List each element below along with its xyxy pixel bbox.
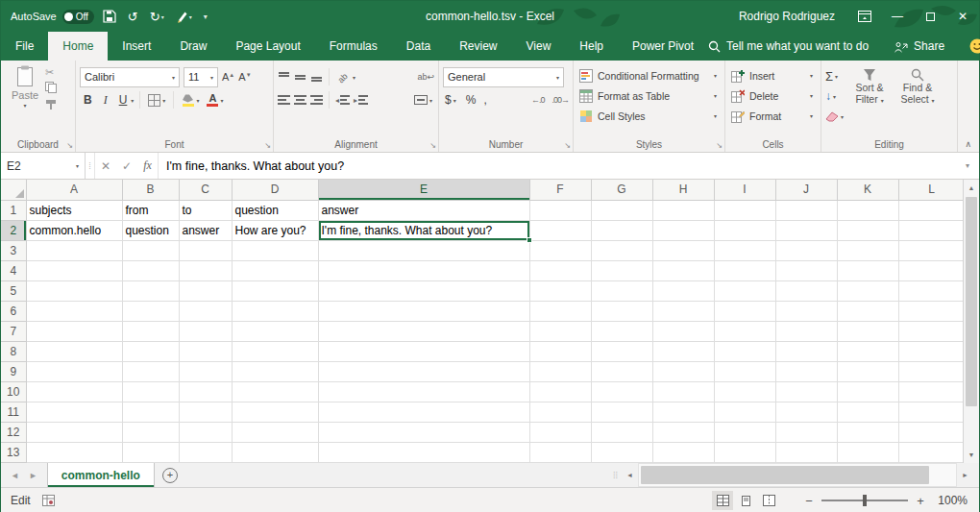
cell-C10[interactable] (179, 381, 232, 402)
cell-A6[interactable] (26, 301, 122, 321)
cell-L7[interactable] (898, 321, 965, 341)
sheet-tab-common-hello[interactable]: common-hello (47, 463, 155, 487)
delete-cells-button[interactable]: Delete ▾ (729, 85, 817, 106)
cell-D9[interactable] (232, 361, 318, 381)
cell-H6[interactable] (652, 301, 714, 321)
formula-bar-splitter[interactable]: ⁞ (86, 153, 95, 179)
cell-F13[interactable] (529, 442, 591, 462)
cell-I12[interactable] (714, 422, 775, 442)
cell-G6[interactable] (591, 301, 652, 321)
format-painter-button[interactable] (45, 99, 57, 112)
tab-scroll-splitter[interactable]: ⁞⁞ (609, 463, 622, 487)
number-format-select[interactable]: General ▾ (443, 67, 564, 87)
cell-C7[interactable] (179, 321, 232, 341)
scroll-right-arrow[interactable]: ► (957, 463, 973, 487)
cell-J13[interactable] (775, 442, 837, 462)
cell-J7[interactable] (775, 321, 837, 341)
row-header-5[interactable]: 5 (1, 280, 26, 301)
fill-button[interactable]: ↓▾ (825, 87, 844, 105)
cell-E11[interactable] (318, 402, 529, 422)
cell-J1[interactable] (775, 200, 837, 220)
cell-G9[interactable] (591, 361, 652, 381)
cell-A10[interactable] (26, 381, 122, 402)
cell-F3[interactable] (529, 240, 591, 260)
sort-filter-button[interactable]: Sort & Filter ▾ (847, 65, 892, 136)
cell-F1[interactable] (529, 200, 591, 220)
cell-K13[interactable] (837, 442, 898, 462)
cell-B8[interactable] (122, 341, 179, 361)
cell-K10[interactable] (837, 381, 898, 402)
insert-cells-button[interactable]: Insert ▾ (729, 65, 817, 85)
cell-E6[interactable] (318, 301, 529, 321)
cell-I3[interactable] (714, 240, 775, 260)
alignment-dialog-launcher[interactable]: ↘ (429, 141, 436, 150)
ribbon-display-options-button[interactable] (848, 1, 881, 32)
ribbon-tab-formulas[interactable]: Formulas (315, 32, 392, 61)
cell-L3[interactable] (898, 240, 965, 260)
cell-D12[interactable] (232, 422, 318, 442)
cell-C5[interactable] (179, 280, 232, 301)
clipboard-dialog-launcher[interactable]: ↘ (66, 141, 73, 150)
cell-F4[interactable] (529, 260, 591, 280)
vertical-scrollbar[interactable]: ▲ ▼ (963, 180, 979, 463)
cell-A4[interactable] (26, 260, 122, 280)
row-header-4[interactable]: 4 (1, 260, 26, 280)
cell-G4[interactable] (591, 260, 652, 280)
tell-me-search[interactable]: Tell me what you want to do (708, 39, 869, 53)
cell-A13[interactable] (26, 442, 122, 462)
row-header-9[interactable]: 9 (1, 361, 26, 381)
cell-L5[interactable] (898, 280, 965, 301)
undo-button[interactable]: ↺ (125, 8, 141, 26)
cell-styles-button[interactable]: Cell Styles ▾ (577, 106, 721, 126)
column-header-A[interactable]: A (26, 180, 122, 200)
cell-F11[interactable] (529, 402, 591, 422)
cell-E13[interactable] (318, 442, 529, 462)
close-button[interactable]: ✕ (946, 1, 979, 32)
cell-J2[interactable] (775, 220, 837, 240)
cell-D6[interactable] (232, 301, 318, 321)
increase-font-size-button[interactable]: A▲ (222, 71, 234, 83)
font-size-select[interactable]: 11 ▾ (184, 67, 218, 87)
cell-H1[interactable] (652, 200, 714, 220)
collapse-ribbon-button[interactable]: ∧ (965, 139, 971, 149)
cell-I4[interactable] (714, 260, 775, 280)
decrease-decimal-button[interactable]: .00→ (551, 95, 569, 105)
cell-I10[interactable] (714, 381, 775, 402)
cell-B11[interactable] (122, 402, 179, 422)
cell-B7[interactable] (122, 321, 179, 341)
cell-B12[interactable] (122, 422, 179, 442)
cell-C13[interactable] (179, 442, 232, 462)
page-break-preview-button[interactable] (758, 491, 779, 510)
column-header-B[interactable]: B (122, 180, 179, 200)
wrap-text-button[interactable]: ab↩ (417, 72, 434, 82)
cell-E10[interactable] (318, 381, 529, 402)
cell-B1[interactable]: from (122, 200, 179, 220)
ribbon-tab-home[interactable]: Home (48, 32, 108, 61)
cell-G11[interactable] (591, 402, 652, 422)
accounting-format-button[interactable]: $▾ (443, 92, 458, 108)
cell-B10[interactable] (122, 381, 179, 402)
cell-C2[interactable]: answer (179, 220, 232, 240)
cell-K12[interactable] (837, 422, 898, 442)
number-dialog-launcher[interactable]: ↘ (564, 141, 571, 150)
cell-E4[interactable] (318, 260, 529, 280)
cell-H13[interactable] (652, 442, 714, 462)
cell-L9[interactable] (898, 361, 965, 381)
cell-B4[interactable] (122, 260, 179, 280)
row-header-6[interactable]: 6 (1, 301, 26, 321)
ribbon-tab-data[interactable]: Data (392, 32, 445, 61)
qat-customize-button[interactable]: ▾ (201, 11, 210, 23)
page-layout-view-button[interactable] (735, 491, 756, 510)
ribbon-tab-help[interactable]: Help (565, 32, 618, 61)
fill-handle[interactable] (527, 237, 532, 243)
cell-J9[interactable] (775, 361, 837, 381)
autosave-toggle[interactable]: Off (62, 10, 94, 24)
cell-D2[interactable]: How are you? (232, 220, 318, 240)
cell-B2[interactable]: question (122, 220, 179, 240)
ribbon-tab-insert[interactable]: Insert (108, 32, 165, 61)
cell-K7[interactable] (837, 321, 898, 341)
horizontal-scroll-track[interactable] (638, 463, 957, 487)
formula-input[interactable]: I'm fine, thanks. What about you? (159, 153, 956, 179)
cell-L11[interactable] (898, 402, 965, 422)
cell-K1[interactable] (837, 200, 898, 220)
